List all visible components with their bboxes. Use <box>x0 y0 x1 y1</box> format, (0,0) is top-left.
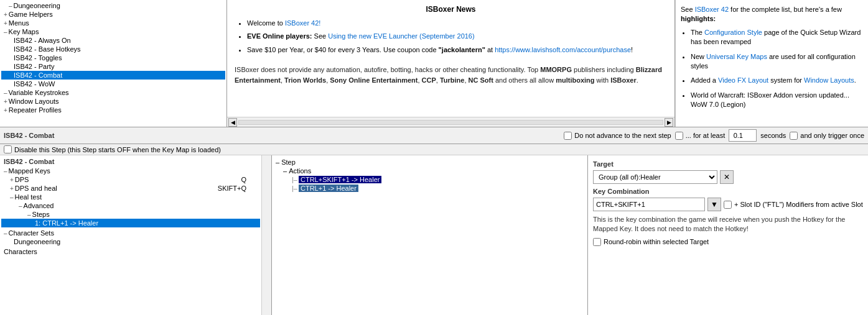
round-robin-label[interactable]: Round-robin within selected Target <box>593 238 863 246</box>
key-combo-label: Key Combination <box>593 188 863 195</box>
highlight-1: The Configuration Style page of the Quic… <box>691 28 863 47</box>
characters-item[interactable]: Characters <box>1 247 260 256</box>
scroll-left-btn[interactable]: ◀ <box>228 118 237 127</box>
tree-item-dungeoneering[interactable]: – Dungeoneering <box>1 1 225 10</box>
action2-value: CTRL+1 -> Healer <box>299 185 358 192</box>
disable-step-label[interactable]: Disable this Step (this Step starts OFF … <box>4 145 221 153</box>
tree-item-isb42-party[interactable]: ISB42 - Party <box>1 62 225 71</box>
window-layouts-link[interactable]: Window Layouts <box>804 76 854 84</box>
tree-item-variable-keystrokes[interactable]: – Variable Keystrokes <box>1 88 225 97</box>
news-title: ISBoxer News <box>235 5 667 14</box>
ftl-checkbox[interactable] <box>724 201 732 209</box>
config-style-link[interactable]: Configuration Style <box>704 29 762 36</box>
top-left-tree[interactable]: – Dungeoneering + Game Helpers + Menus –… <box>0 0 227 127</box>
tree-item-isb42-always-on[interactable]: ISB42 - Always On <box>1 36 225 45</box>
news-panel: ISBoxer News Welcome to ISBoxer 42! EVE … <box>227 0 674 117</box>
tree-item-isb42-toggles[interactable]: ISB42 - Toggles <box>1 53 225 62</box>
for-at-least-input[interactable] <box>729 129 757 142</box>
expand-icon: + <box>4 11 7 18</box>
dungeoneering-label: Dungeoneering <box>14 238 60 245</box>
dps-label: DPS <box>15 176 29 183</box>
mapped-keys-label: Mapped Keys <box>9 167 50 175</box>
mapped-keys-item[interactable]: – Mapped Keys <box>1 167 260 175</box>
tree-label-repeater-profiles: Repeater Profiles <box>9 106 62 114</box>
steps-item[interactable]: – Steps <box>1 210 260 219</box>
tree-item-window-layouts[interactable]: + Window Layouts <box>1 97 225 106</box>
advanced-label: Advanced <box>24 202 54 209</box>
ftl-label[interactable]: + Slot ID ("FTL") Modifiers from active … <box>724 201 863 209</box>
highlights-list: The Configuration Style page of the Quic… <box>681 28 863 110</box>
expand-icon: – <box>4 29 7 35</box>
highlights-intro: See ISBoxer 42 for the complete list, bu… <box>681 5 863 24</box>
and-only-checkbox[interactable] <box>790 132 798 140</box>
tree-item-isb42-wow[interactable]: ISB42 - WoW <box>1 80 225 88</box>
highlights-panel: See ISBoxer 42 for the complete list, bu… <box>675 0 868 127</box>
expand-icon: – <box>4 89 7 96</box>
tree-label-isb42-combat: ISB42 - Combat <box>14 71 62 79</box>
step1-item[interactable]: 1: CTRL+1 -> Healer <box>1 219 260 227</box>
step-label: Step <box>281 158 296 166</box>
expand-icon: + <box>4 98 7 105</box>
tree-item-keymaps[interactable]: – Key Maps <box>1 27 225 36</box>
dps-heal-item[interactable]: + DPS and heal SKIFT+Q <box>1 184 260 193</box>
scroll-right-btn[interactable]: ▶ <box>665 118 673 127</box>
dungeoneering-item[interactable]: Dungeoneering <box>1 237 260 246</box>
round-robin-checkbox[interactable] <box>593 238 601 246</box>
step-tree: – Step – Actions |– CTRL+SKIFT+1 -> Heal… <box>274 158 585 193</box>
dps-item[interactable]: + DPS Q <box>1 175 260 184</box>
tree-item-menus[interactable]: + Menus <box>1 19 225 27</box>
disable-step-text: Disable this Step (this Step starts OFF … <box>14 146 221 153</box>
bottom-title-text: ISB42 - Combat <box>4 158 54 165</box>
char-sets-item[interactable]: – Character Sets <box>1 229 260 237</box>
heal-test-item[interactable]: – Heal test <box>1 193 260 201</box>
tree-label-variable-keystrokes: Variable Keystrokes <box>9 89 69 96</box>
key-combo-row: ▼ + Slot ID ("FTL") Modifiers from activ… <box>593 198 863 211</box>
tree-label-isb42-toggles: ISB42 - Toggles <box>14 54 62 62</box>
news-item-1: Welcome to ISBoxer 42! <box>247 19 667 28</box>
tree-label-isb42-wow: ISB42 - WoW <box>14 80 55 88</box>
do-not-advance-label[interactable]: Do not advance to the next step <box>564 132 671 140</box>
universal-keymaps-link[interactable]: Universal Key Maps <box>706 53 767 60</box>
key-combo-description: This is the key combination the game wil… <box>593 215 863 234</box>
disable-step-checkbox[interactable] <box>4 145 12 153</box>
for-at-least-text: ... for at least <box>686 132 726 139</box>
eve-link[interactable]: Using the new EVE Launcher (September 20… <box>328 32 474 40</box>
tree-item-isb42-combat[interactable]: ISB42 - Combat <box>1 71 225 80</box>
tree-item-game-helpers[interactable]: + Game Helpers <box>1 10 225 19</box>
key-combo-input[interactable] <box>593 198 705 211</box>
bottom-title: ISB42 - Combat <box>4 132 54 139</box>
bottom-header: ISB42 - Combat Do not advance to the nex… <box>0 127 868 144</box>
scroll-track[interactable] <box>238 120 663 125</box>
action1-row[interactable]: |– CTRL+SKIFT+1 -> Healer <box>274 175 585 184</box>
tree-label-isb42-base-hotkeys: ISB42 - Base Hotkeys <box>14 45 81 53</box>
isboxer42-link[interactable]: ISBoxer 42! <box>285 19 320 27</box>
news-item-3: Save $10 per Year, or $40 for every 3 Ye… <box>247 45 667 55</box>
char-sets-label: Character Sets <box>9 229 54 237</box>
target-x-button[interactable]: ✕ <box>720 170 734 184</box>
bottom-nav-scroll <box>261 155 271 315</box>
action2-row[interactable]: |– CTRL+1 -> Healer <box>274 184 585 193</box>
expand-icon: + <box>4 107 7 114</box>
lavishsoft-link[interactable]: https://www.lavishsoft.com/account/purch… <box>495 46 631 53</box>
ftl-text: + Slot ID ("FTL") Modifiers from active … <box>734 201 863 208</box>
dps-hotkey: Q <box>241 176 246 183</box>
for-at-least-label[interactable]: ... for at least <box>675 132 726 140</box>
tree-label-dungeoneering: Dungeoneering <box>14 2 60 9</box>
bottom-nav-tree[interactable]: ISB42 - Combat – Mapped Keys + DPS Q <box>0 155 261 315</box>
and-only-label[interactable]: and only trigger once <box>790 132 864 140</box>
center-horiz-scroll[interactable]: ◀ ▶ <box>227 117 674 127</box>
key-combo-dropdown-btn[interactable]: ▼ <box>707 198 721 211</box>
isboxer42-highlights-link[interactable]: ISBoxer 42 <box>695 6 729 13</box>
for-at-least-checkbox[interactable] <box>675 132 683 140</box>
action1-value: CTRL+SKIFT+1 -> Healer <box>299 176 381 183</box>
news-notice-text: ISBoxer does not provide any automation,… <box>235 65 667 85</box>
round-robin-row[interactable]: Round-robin within selected Target <box>593 238 863 246</box>
video-fx-link[interactable]: Video FX Layout <box>718 76 768 84</box>
tree-item-repeater-profiles[interactable]: + Repeater Profiles <box>1 106 225 114</box>
target-dropdown[interactable]: Group (all of):Healer <box>593 170 717 184</box>
steps-label: Steps <box>32 211 50 218</box>
news-item-2: EVE Online players: See Using the new EV… <box>247 32 667 41</box>
tree-item-isb42-base-hotkeys[interactable]: ISB42 - Base Hotkeys <box>1 45 225 53</box>
do-not-advance-checkbox[interactable] <box>564 132 572 140</box>
advanced-item[interactable]: – Advanced <box>1 201 260 210</box>
